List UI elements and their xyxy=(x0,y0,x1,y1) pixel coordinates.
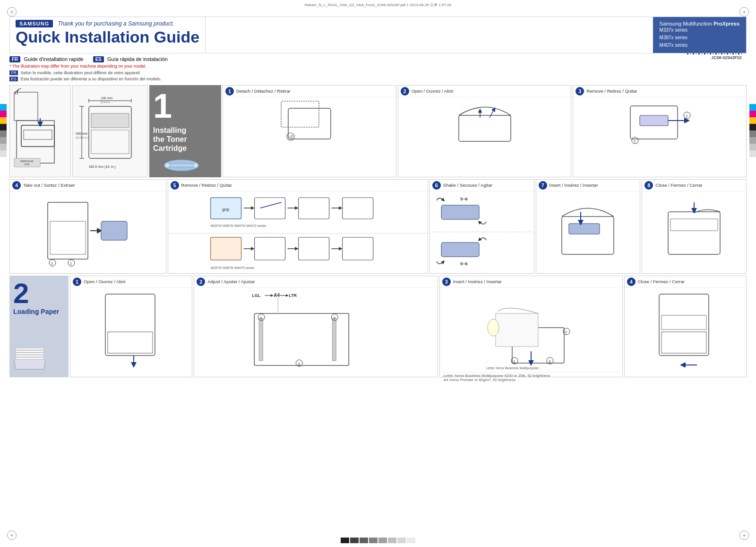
step6-circle: 6 xyxy=(432,181,441,190)
color-strip-right xyxy=(749,104,756,157)
step2-circle: 2 xyxy=(401,87,409,96)
svg-text:M3370/ M3870/ M4070/ M4072 ser: M3370/ M3870/ M4070/ M4072 series xyxy=(210,224,266,227)
paper-step4-circle: 4 xyxy=(627,278,636,286)
paper-step4-illustration xyxy=(654,289,716,367)
color-strip-left xyxy=(0,104,7,157)
page-content: SAMSUNG Thank you for purchasing a Samsu… xyxy=(9,17,747,538)
svg-rect-23 xyxy=(165,164,198,167)
section1-number: 1 xyxy=(153,89,217,123)
svg-rect-92 xyxy=(659,294,709,356)
svg-text:(3.9 in.): (3.9 in.) xyxy=(101,101,110,104)
paper-notes: Letter Xerox Business Multipurpose 4200 … xyxy=(442,372,620,383)
svg-rect-57 xyxy=(441,243,479,257)
step7-box: 7 Insert / Insérez / Insertar xyxy=(536,179,641,274)
step5-series-top: grip M3370/ M3870/ M4070/ M4072 seri xyxy=(168,191,428,233)
step5-label: Remove / Retirez / Quitar xyxy=(181,182,232,188)
step4-illustration: 2 1 xyxy=(45,193,130,268)
svg-text:LTR: LTR xyxy=(289,293,297,298)
paper-step1-content xyxy=(70,288,192,369)
svg-rect-47 xyxy=(298,198,329,219)
svg-rect-50 xyxy=(210,237,241,260)
note-fr-badge: FR xyxy=(9,70,18,75)
step5-bottom-illustration: M3375/ M3875/ M4075 series xyxy=(170,235,426,272)
dimensions-illustration: 300 mm (11.81 in.) 100 mm (3.9 in.) 482.… xyxy=(75,87,146,172)
step6-content: 5~6 5~6 xyxy=(430,191,534,272)
svg-text:A4: A4 xyxy=(274,293,280,298)
bottom-color-bar xyxy=(341,538,415,543)
step2-box: 2 Open / Ouvrez / Abrir xyxy=(398,85,572,177)
step6-bottom-illustration: 5~6 xyxy=(432,233,498,269)
svg-rect-46 xyxy=(254,198,285,219)
step6-divider xyxy=(432,232,532,232)
paper-step2-label: Adjust / Ajuster / Ajustar xyxy=(207,279,255,284)
svg-text:1: 1 xyxy=(70,261,72,266)
svg-point-84 xyxy=(488,319,499,336)
svg-rect-38 xyxy=(50,221,86,254)
step1-content: ↺ xyxy=(223,97,396,148)
step3-content: 1 2 xyxy=(573,97,746,148)
step4-content: 2 1 xyxy=(10,191,166,269)
section2-title: Loading Paper xyxy=(13,308,65,315)
step3-illustration: 1 2 xyxy=(626,99,694,146)
step7-label: Insert / Insérez / Insertar xyxy=(550,182,598,188)
paper-step2-circle: 2 xyxy=(197,278,205,286)
svg-rect-30 xyxy=(459,115,511,141)
step1-box: 1 Detach / Détachez / Retirar ↺ xyxy=(223,85,396,177)
step8-circle: 8 xyxy=(644,181,653,190)
paper-step4-content xyxy=(625,288,746,369)
step1-label: Detach / Détachez / Retirar xyxy=(236,88,291,94)
product-brand: Samsung Multifunction ProXpress xyxy=(660,21,739,26)
step7-content xyxy=(536,191,640,260)
bottom-row: 2 Loading Paper 1 Open / Ouvrez / Abrir xyxy=(9,276,747,377)
svg-rect-63 xyxy=(16,357,44,359)
swatch-lightest-gray xyxy=(407,538,415,543)
svg-text:1: 1 xyxy=(260,316,263,320)
svg-rect-60 xyxy=(569,224,600,234)
step7-circle: 7 xyxy=(539,181,547,190)
step7-illustration xyxy=(557,193,619,259)
svg-text:100 mm: 100 mm xyxy=(101,96,112,100)
step5-box: 5 Remove / Retirez / Quitar grip xyxy=(168,179,428,274)
svg-rect-75 xyxy=(333,318,336,361)
note-es: ES Esta ilustración puede ser diferente … xyxy=(9,76,747,83)
paper-step3-circle: 3 xyxy=(442,278,451,286)
header-product: Samsung Multifunction ProXpress M337x se… xyxy=(653,17,746,53)
unboxing-box: M387xFW only xyxy=(9,85,71,177)
svg-text:1: 1 xyxy=(513,359,515,364)
step4-circle: 4 xyxy=(12,181,21,190)
note-main: * The illustration may differ from your … xyxy=(9,63,747,70)
step4-label: Take out / Sortez / Extraer xyxy=(23,182,75,188)
step2-label: Open / Ouvrez / Abrir xyxy=(412,88,454,94)
step2-illustration xyxy=(452,99,518,146)
middle-row: 4 Take out / Sortez / Extraer xyxy=(9,179,747,274)
lang-es-badge: ES xyxy=(93,56,104,62)
step6-box: 6 Shake / Secouez / Agitar 5~6 xyxy=(430,179,534,274)
svg-rect-48 xyxy=(342,198,373,219)
svg-rect-37 xyxy=(48,202,88,259)
paper-step1-label: Open / Ouvrez / Abrir xyxy=(84,279,126,284)
top-row: M387xFW only 300 mm (11.81 in.) xyxy=(9,85,747,177)
svg-rect-69 xyxy=(108,332,153,353)
step8-content xyxy=(642,191,746,260)
svg-text:1: 1 xyxy=(634,139,636,143)
svg-rect-93 xyxy=(662,315,706,330)
paper-step2-content: LGL A4 LTR 1 xyxy=(194,288,438,374)
svg-rect-66 xyxy=(16,350,44,352)
svg-rect-61 xyxy=(668,212,720,254)
svg-text:grip: grip xyxy=(222,207,229,212)
paper-step1-illustration xyxy=(101,289,162,367)
language-line: FR Guide d'installation rapide ES Guía r… xyxy=(9,56,747,62)
note-es-badge: ES xyxy=(9,77,18,81)
step2-content xyxy=(398,97,571,148)
guide-fr: Guide d'installation rapide xyxy=(24,56,83,62)
svg-text:↺: ↺ xyxy=(289,134,293,139)
step5-top-illustration: grip M3370/ M3870/ M4070/ M4072 seri xyxy=(170,193,426,230)
svg-rect-2 xyxy=(21,125,54,147)
svg-text:3: 3 xyxy=(298,362,301,366)
svg-rect-10 xyxy=(91,130,129,154)
step1-circle: 1 xyxy=(225,87,234,96)
swatch-gray4 xyxy=(388,538,396,543)
svg-rect-64 xyxy=(16,355,44,357)
svg-rect-1 xyxy=(17,121,54,163)
swatch-dk-gray xyxy=(350,538,359,543)
